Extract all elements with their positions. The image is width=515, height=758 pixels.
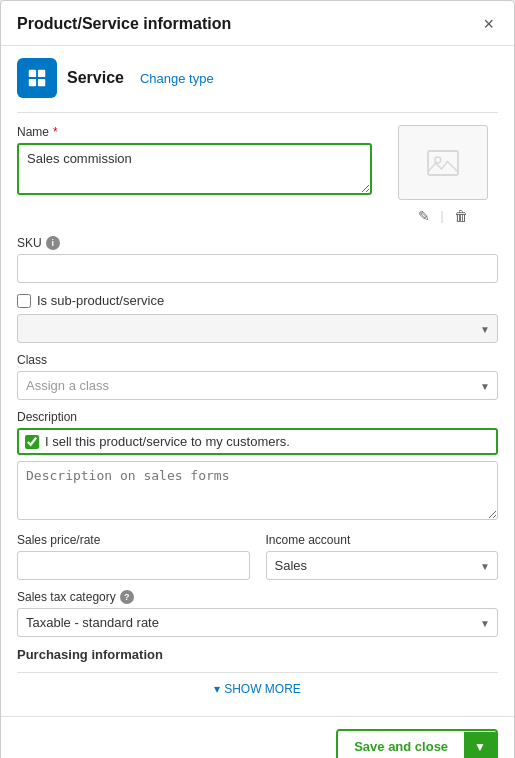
sales-tax-section: Sales tax category ? Taxable - standard … <box>17 590 498 637</box>
divider <box>17 112 498 113</box>
save-close-dropdown-button[interactable]: ▼ <box>464 732 496 759</box>
sub-product-checkbox[interactable] <box>17 294 31 308</box>
service-icon <box>17 58 57 98</box>
svg-rect-1 <box>38 70 45 77</box>
income-account-select-wrapper: Sales ▼ <box>266 551 499 580</box>
svg-rect-4 <box>428 151 458 175</box>
show-more-chevron-icon: ▾ <box>214 682 220 696</box>
purchasing-section: Purchasing information <box>17 647 498 662</box>
description-sell-checkbox[interactable] <box>25 435 39 449</box>
required-star: * <box>53 125 58 139</box>
sales-tax-info-icon[interactable]: ? <box>120 590 134 604</box>
description-section: Description I sell this product/service … <box>17 410 498 523</box>
show-more-link[interactable]: ▾ SHOW MORE <box>214 682 301 696</box>
change-type-link[interactable]: Change type <box>140 71 214 86</box>
taxable-select[interactable]: Taxable - standard rate <box>17 608 498 637</box>
class-section: Class Assign a class ▼ <box>17 353 498 400</box>
svg-rect-2 <box>29 79 36 86</box>
product-service-modal: Product/Service information × Service Ch… <box>0 0 515 758</box>
description-label: Description <box>17 410 498 424</box>
image-section: ✎ | 🗑 <box>388 125 498 226</box>
name-image-section: Name* Sales commission ✎ | 🗑 <box>17 125 498 226</box>
sku-section: SKU i <box>17 236 498 283</box>
sales-price-label: Sales price/rate <box>17 533 250 547</box>
modal-header: Product/Service information × <box>1 1 514 46</box>
sku-input[interactable] <box>17 254 498 283</box>
name-left: Name* Sales commission <box>17 125 372 226</box>
image-placeholder <box>398 125 488 200</box>
save-close-dropdown-icon: ▼ <box>474 740 486 754</box>
sku-label: SKU i <box>17 236 498 250</box>
description-checkbox-row: I sell this product/service to my custom… <box>17 428 498 455</box>
sub-product-label: Is sub-product/service <box>37 293 164 308</box>
purchasing-label: Purchasing information <box>17 647 498 662</box>
sku-info-icon[interactable]: i <box>46 236 60 250</box>
sales-tax-label: Sales tax category ? <box>17 590 498 604</box>
class-select-wrapper: Assign a class ▼ <box>17 371 498 400</box>
name-label: Name* <box>17 125 372 139</box>
image-actions: ✎ | 🗑 <box>416 206 469 226</box>
income-account-label: Income account <box>266 533 499 547</box>
save-close-main-button[interactable]: Save and close <box>338 731 464 758</box>
service-type-row: Service Change type <box>17 58 498 98</box>
save-close-button-group: Save and close ▼ <box>336 729 498 758</box>
svg-rect-0 <box>29 70 36 77</box>
taxable-select-wrapper: Taxable - standard rate ▼ <box>17 608 498 637</box>
modal-title: Product/Service information <box>17 15 231 33</box>
parent-product-input <box>17 314 498 343</box>
edit-image-button[interactable]: ✎ <box>416 206 432 226</box>
service-type-label: Service <box>67 69 124 87</box>
parent-product-section: ▼ <box>17 314 498 343</box>
close-button[interactable]: × <box>479 13 498 35</box>
delete-image-button[interactable]: 🗑 <box>452 206 470 226</box>
modal-footer: Save and close ▼ <box>1 716 514 758</box>
sales-price-section: Sales price/rate <box>17 533 250 580</box>
svg-rect-3 <box>38 79 45 86</box>
name-textarea[interactable]: Sales commission <box>17 143 372 195</box>
sub-product-row: Is sub-product/service <box>17 293 498 308</box>
sales-price-input[interactable] <box>17 551 250 580</box>
description-textarea[interactable] <box>17 461 498 520</box>
class-label: Class <box>17 353 498 367</box>
show-more-row: ▾ SHOW MORE <box>17 672 498 704</box>
description-sell-label: I sell this product/service to my custom… <box>45 434 290 449</box>
income-account-section: Income account Sales ▼ <box>266 533 499 580</box>
price-income-row: Sales price/rate Income account Sales ▼ <box>17 533 498 580</box>
modal-body: Service Change type Name* Sales commissi… <box>1 46 514 716</box>
class-select[interactable]: Assign a class <box>17 371 498 400</box>
income-account-select[interactable]: Sales <box>266 551 499 580</box>
